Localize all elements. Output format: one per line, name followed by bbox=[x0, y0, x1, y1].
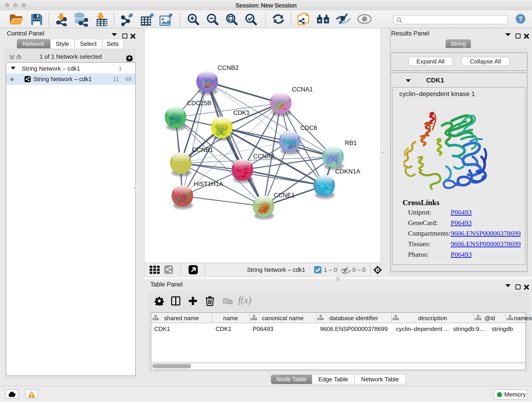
svg-text:HIST1H1A: HIST1H1A bbox=[194, 181, 223, 187]
svg-text:RB1: RB1 bbox=[345, 140, 357, 147]
svg-text:CDK1: CDK1 bbox=[233, 109, 250, 116]
svg-text:CCNA1: CCNA1 bbox=[292, 86, 313, 93]
svg-text:CCNB2: CCNB2 bbox=[218, 64, 239, 71]
svg-text:CDKN1A: CDKN1A bbox=[335, 168, 360, 175]
svg-text:?: ? bbox=[519, 15, 523, 22]
svg-text:CDC25B: CDC25B bbox=[187, 100, 211, 107]
svg-text:CDC6: CDC6 bbox=[300, 124, 317, 131]
svg-text:CCNA2: CCNA2 bbox=[253, 153, 274, 160]
svg-text:CCNB1: CCNB1 bbox=[192, 147, 213, 153]
svg-text:CCNE1: CCNE1 bbox=[274, 192, 295, 199]
